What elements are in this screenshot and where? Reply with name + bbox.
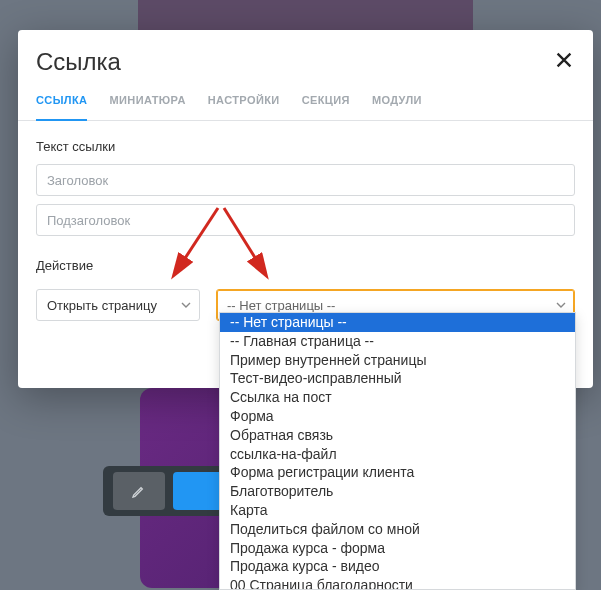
chevron-down-icon xyxy=(556,300,566,310)
dropdown-option[interactable]: Благотворитель xyxy=(220,482,575,501)
close-button[interactable] xyxy=(553,48,575,76)
close-icon xyxy=(553,49,575,71)
tab-модули[interactable]: МОДУЛИ xyxy=(372,86,422,120)
dropdown-option[interactable]: Карта xyxy=(220,501,575,520)
dropdown-option[interactable]: 00 Страница благодарности xyxy=(220,576,575,590)
tab-секция[interactable]: СЕКЦИЯ xyxy=(302,86,350,120)
dropdown-option[interactable]: ссылка-на-файл xyxy=(220,445,575,464)
tab-настройки[interactable]: НАСТРОЙКИ xyxy=(208,86,280,120)
modal-header: Ссылка xyxy=(18,30,593,86)
tab-миниатюра[interactable]: МИНИАТЮРА xyxy=(109,86,185,120)
pencil-icon[interactable] xyxy=(113,472,165,510)
dropdown-option[interactable]: Тест-видео-исправленный xyxy=(220,369,575,388)
dropdown-option[interactable]: -- Нет страницы -- xyxy=(220,313,575,332)
action-label: Действие xyxy=(36,258,575,273)
dropdown-option[interactable]: Ссылка на пост xyxy=(220,388,575,407)
action-select-value: Открыть страницу xyxy=(47,298,157,313)
link-text-label: Текст ссылки xyxy=(36,139,575,154)
dropdown-option[interactable]: Форма xyxy=(220,407,575,426)
chevron-down-icon xyxy=(181,300,191,310)
dropdown-option[interactable]: Обратная связь xyxy=(220,426,575,445)
dropdown-option[interactable]: Продажа курса - видео xyxy=(220,557,575,576)
dropdown-option[interactable]: -- Главная страница -- xyxy=(220,332,575,351)
tab-ссылка[interactable]: ССЫЛКА xyxy=(36,86,87,120)
page-dropdown[interactable]: -- Нет страницы ---- Главная страница --… xyxy=(219,312,576,590)
subtitle-input[interactable] xyxy=(36,204,575,236)
page-select-value: -- Нет страницы -- xyxy=(227,298,335,313)
dropdown-option[interactable]: Поделиться файлом со мной xyxy=(220,520,575,539)
dropdown-option[interactable]: Форма регистрации клиента xyxy=(220,463,575,482)
dropdown-option[interactable]: Продажа курса - форма xyxy=(220,539,575,558)
tabs: ССЫЛКАМИНИАТЮРАНАСТРОЙКИСЕКЦИЯМОДУЛИ xyxy=(18,86,593,121)
action-button[interactable] xyxy=(173,472,225,510)
modal-title: Ссылка xyxy=(36,48,121,76)
title-input[interactable] xyxy=(36,164,575,196)
action-select[interactable]: Открыть страницу xyxy=(36,289,200,321)
dropdown-option[interactable]: Пример внутренней страницы xyxy=(220,351,575,370)
